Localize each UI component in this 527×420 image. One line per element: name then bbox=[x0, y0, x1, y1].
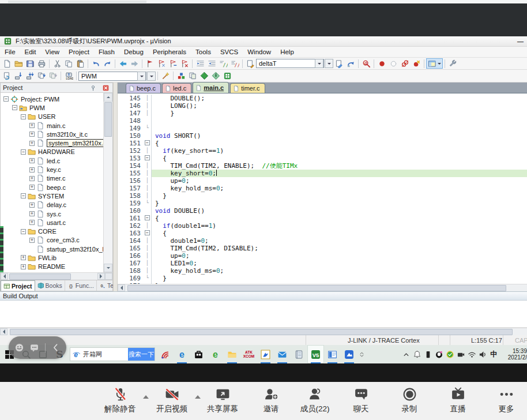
tree-item-user[interactable]: −USER bbox=[1, 112, 104, 121]
cut-icon[interactable] bbox=[51, 58, 63, 69]
project-tree-vscrollbar[interactable] bbox=[103, 93, 112, 272]
line-number[interactable]: 167 bbox=[118, 260, 144, 267]
expand-toggle[interactable]: − bbox=[3, 96, 9, 102]
expand-toggle[interactable]: + bbox=[21, 264, 26, 269]
fold-margin[interactable]: │ bbox=[144, 267, 152, 275]
taskbar-microsoft-store[interactable] bbox=[190, 345, 207, 363]
code-line-150[interactable]: 150void SHORT() bbox=[118, 132, 527, 140]
vscroll-thumb[interactable] bbox=[104, 102, 112, 137]
tree-item-hardware[interactable]: −HARDWARE bbox=[1, 148, 104, 156]
menu-edit[interactable]: Edit bbox=[20, 47, 41, 57]
meeting-control-chat[interactable]: 聊天 bbox=[342, 387, 379, 414]
incremental-find-icon[interactable] bbox=[345, 58, 356, 69]
line-number[interactable]: 155 bbox=[118, 170, 144, 177]
menu-tools[interactable]: Tools bbox=[191, 47, 216, 57]
expand-toggle[interactable]: + bbox=[29, 238, 35, 243]
fold-margin[interactable]: └ bbox=[144, 200, 152, 207]
fold-margin[interactable]: └ bbox=[144, 275, 152, 282]
taskbar-keil-uvision[interactable]: V5 bbox=[307, 345, 324, 363]
pill-smiley-icon[interactable] bbox=[14, 343, 24, 352]
find-in-files-icon[interactable] bbox=[244, 58, 256, 69]
taskbar-notebook-app[interactable] bbox=[291, 345, 307, 363]
code-line-149[interactable]: 149└ bbox=[118, 125, 527, 132]
code-line-155[interactable]: 155│ key_short=0; bbox=[118, 170, 527, 177]
expand-toggle[interactable]: − bbox=[21, 193, 26, 198]
fold-margin[interactable]: │ bbox=[144, 162, 152, 170]
fold-margin[interactable]: │ bbox=[144, 185, 152, 192]
tray-notifications[interactable] bbox=[412, 345, 423, 363]
expand-toggle[interactable]: + bbox=[29, 123, 35, 128]
tray-tray-expand[interactable] bbox=[401, 345, 412, 363]
editor-tab-led-c[interactable]: led.c bbox=[162, 83, 191, 93]
build-icon[interactable] bbox=[13, 71, 24, 81]
meeting-control-options-caret[interactable] bbox=[194, 387, 202, 402]
hscroll-thumb[interactable] bbox=[10, 329, 513, 335]
menu-window[interactable]: Window bbox=[243, 47, 276, 57]
tray-usb-device[interactable] bbox=[423, 345, 434, 363]
line-number[interactable]: 152 bbox=[118, 147, 144, 155]
meeting-control-members[interactable]: 成员(22) bbox=[296, 387, 333, 414]
tree-item-system-stm32f10x-c[interactable]: +system_stm32f10x.cx.c bbox=[1, 138, 104, 147]
scroll-right-button[interactable] bbox=[97, 273, 105, 280]
code-line-164[interactable]: 164│ double1=0; bbox=[118, 237, 527, 245]
taskbar-panel-app[interactable] bbox=[324, 345, 341, 363]
code-line-168[interactable]: 168│ key_hold_ms=0; bbox=[118, 267, 527, 275]
fold-margin[interactable]: └ bbox=[144, 125, 152, 132]
tray-volume[interactable] bbox=[477, 345, 488, 363]
tree-item-rename-box[interactable]: system_stm32f10x.c bbox=[47, 139, 104, 147]
tree-item-readme[interactable]: +README bbox=[1, 262, 104, 271]
editor-tab-main-c[interactable]: main.c bbox=[193, 82, 229, 93]
code-line-151[interactable]: 151−{ bbox=[118, 140, 527, 147]
undo-icon[interactable] bbox=[90, 58, 101, 69]
taskbar-edge-browser[interactable]: e bbox=[174, 345, 190, 363]
menu-flash[interactable]: Flash bbox=[94, 47, 119, 57]
tree-item-core[interactable]: −CORE bbox=[1, 227, 104, 235]
expand-toggle[interactable]: + bbox=[29, 211, 35, 216]
code-line-161[interactable]: 161−{ bbox=[118, 215, 527, 222]
bookmark-clear-icon[interactable] bbox=[179, 58, 190, 69]
expand-toggle[interactable]: − bbox=[21, 149, 26, 155]
menu-project[interactable]: Project bbox=[64, 47, 94, 57]
line-number[interactable]: 160 bbox=[118, 207, 144, 215]
line-number[interactable]: 168 bbox=[118, 267, 144, 275]
code-line-159[interactable]: 159└} bbox=[118, 200, 527, 207]
stop-build-icon[interactable] bbox=[47, 71, 59, 81]
meeting-floating-pill[interactable] bbox=[9, 336, 66, 359]
hscroll-thumb[interactable] bbox=[127, 285, 506, 291]
build-output-content[interactable] bbox=[0, 301, 527, 328]
meeting-control-live[interactable]: 直播 bbox=[439, 387, 476, 414]
code-line-165[interactable]: 165│ TIM_Cmd(TIM2, DISABLE); bbox=[118, 245, 527, 252]
line-number[interactable]: 149 bbox=[118, 125, 144, 132]
paste-icon[interactable] bbox=[74, 58, 86, 69]
minimize-button[interactable]: — bbox=[517, 38, 524, 45]
fold-margin[interactable]: − bbox=[144, 230, 152, 237]
line-number[interactable]: 166 bbox=[118, 252, 144, 260]
tree-item-usart-c[interactable]: +usart.c bbox=[1, 218, 104, 227]
line-number[interactable]: 162 bbox=[118, 222, 144, 230]
panel-tab-func[interactable]: {}Func... bbox=[65, 280, 97, 291]
meeting-control-invite[interactable]: 邀请 bbox=[253, 387, 289, 414]
tree-item-timer-c[interactable]: +timer.c bbox=[1, 174, 104, 183]
panel-tab-project[interactable]: Project bbox=[1, 280, 35, 291]
print-icon[interactable] bbox=[36, 58, 47, 69]
panel-tab-books[interactable]: Books bbox=[35, 280, 65, 291]
tree-item-led-c[interactable]: +led.c bbox=[1, 156, 104, 165]
line-number[interactable]: 159 bbox=[118, 200, 144, 207]
line-number[interactable]: 158 bbox=[118, 192, 144, 200]
expand-toggle[interactable]: + bbox=[29, 202, 35, 208]
expand-toggle[interactable]: − bbox=[12, 105, 17, 110]
scroll-left-button[interactable] bbox=[0, 328, 7, 335]
line-number[interactable]: 164 bbox=[118, 237, 144, 245]
breakpoints-disable-all-icon[interactable] bbox=[399, 58, 411, 69]
rebuild-icon[interactable] bbox=[24, 71, 36, 81]
taskbar-mail-app[interactable] bbox=[274, 345, 291, 363]
nav-back-icon[interactable] bbox=[117, 58, 129, 69]
fold-margin[interactable]: │ bbox=[144, 110, 152, 117]
fold-margin[interactable]: − bbox=[144, 215, 152, 222]
save-icon[interactable] bbox=[24, 58, 36, 69]
project-tree-hscrollbar[interactable] bbox=[1, 272, 112, 280]
pin-icon[interactable] bbox=[87, 82, 99, 93]
expand-toggle[interactable]: − bbox=[21, 114, 26, 119]
nav-forward-icon[interactable] bbox=[129, 58, 140, 69]
expand-toggle[interactable]: + bbox=[29, 220, 35, 225]
